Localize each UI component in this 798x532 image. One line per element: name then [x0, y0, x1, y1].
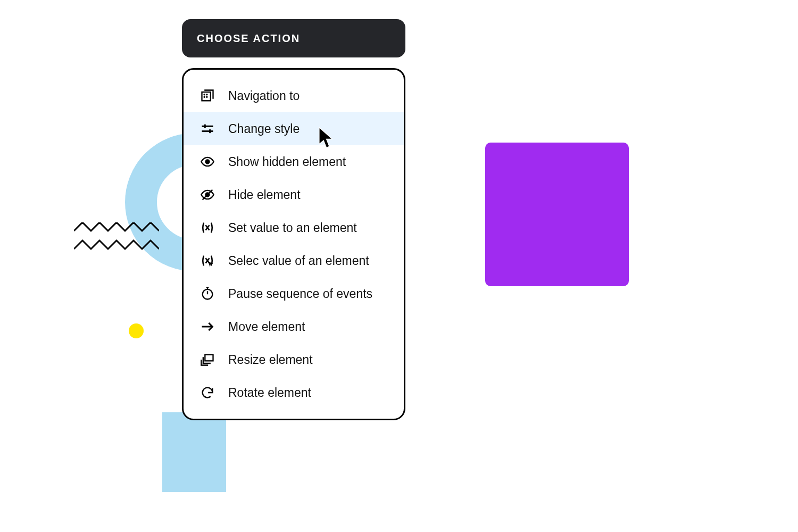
choose-action-title: CHOOSE ACTION: [197, 32, 300, 45]
menu-item-show-hidden[interactable]: Show hidden element: [184, 145, 404, 178]
menu-item-set-value[interactable]: Set value to an element: [184, 211, 404, 244]
menu-item-select-value[interactable]: Selec value of an element: [184, 244, 404, 277]
menu-item-label: Change style: [228, 122, 300, 136]
menu-item-resize[interactable]: Resize element: [184, 343, 404, 376]
menu-item-label: Hide element: [228, 188, 301, 202]
choose-action-header: CHOOSE ACTION: [182, 19, 405, 57]
decorative-zigzag: [74, 222, 159, 254]
decorative-purple-square: [485, 143, 629, 286]
menu-item-rotate[interactable]: Rotate element: [184, 376, 404, 409]
action-dropdown: Navigation to Change style Show hidden e…: [182, 68, 405, 420]
decorative-square: [162, 412, 226, 492]
arrow-right-icon: [200, 319, 215, 335]
menu-item-label: Pause sequence of events: [228, 287, 372, 301]
menu-item-label: Set value to an element: [228, 221, 357, 235]
menu-item-hide-element[interactable]: Hide element: [184, 178, 404, 211]
svg-rect-21: [205, 355, 213, 361]
eye-off-icon: [200, 187, 215, 203]
menu-item-label: Selec value of an element: [228, 254, 369, 268]
eye-icon: [200, 154, 215, 170]
navigation-icon: [200, 88, 215, 104]
resize-icon: [200, 352, 215, 368]
menu-item-label: Navigation to: [228, 89, 300, 103]
menu-item-label: Rotate element: [228, 386, 311, 400]
menu-item-pause[interactable]: Pause sequence of events: [184, 277, 404, 310]
variable-x-icon: [200, 220, 215, 236]
svg-point-9: [206, 160, 210, 164]
menu-item-label: Move element: [228, 320, 305, 334]
menu-item-navigation[interactable]: Navigation to: [184, 79, 404, 112]
decorative-dot: [129, 323, 144, 338]
mouse-cursor: [318, 127, 336, 150]
menu-item-label: Resize element: [228, 353, 313, 367]
variable-select-icon: [200, 253, 215, 269]
stopwatch-icon: [200, 286, 215, 302]
sliders-icon: [200, 121, 215, 137]
menu-item-move[interactable]: Move element: [184, 310, 404, 343]
rotate-icon: [200, 385, 215, 401]
menu-item-change-style[interactable]: Change style: [184, 112, 404, 145]
menu-item-label: Show hidden element: [228, 155, 346, 169]
